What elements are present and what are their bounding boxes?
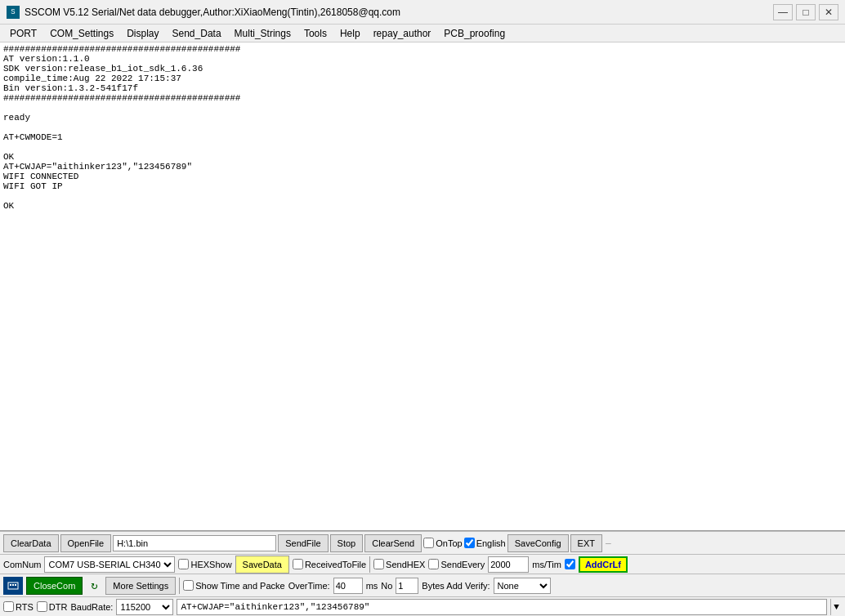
english-checkbox[interactable]	[464, 538, 475, 548]
main-wrapper: ########################################…	[0, 42, 845, 616]
baud-rate-select[interactable]: 115200	[116, 599, 173, 615]
ontop-label: OnTop	[423, 538, 462, 548]
open-file-button[interactable]: OpenFile	[60, 534, 112, 552]
refresh-icon[interactable]: ↻	[86, 578, 102, 594]
english-text: English	[476, 538, 506, 548]
menu-port[interactable]: PORT	[3, 26, 43, 41]
overtime-label: OverTime:	[288, 581, 330, 591]
close-button[interactable]: ✕	[819, 4, 838, 20]
baud-rate-label: BaudRate:	[70, 602, 113, 612]
svg-rect-1	[10, 584, 11, 586]
clear-data-button[interactable]: ClearData	[3, 534, 59, 552]
menu-display[interactable]: Display	[120, 26, 165, 41]
toolbar2: ComNum COM7 USB-SERIAL CH340 HEXShow Sav…	[0, 554, 845, 574]
menu-multi-strings[interactable]: Multi_Strings	[228, 26, 297, 41]
dtr-label: DTR	[37, 601, 68, 612]
dtr-text: DTR	[49, 602, 68, 612]
ms-time-label: ms/Tim	[532, 560, 561, 569]
output-wrapper: ########################################…	[0, 42, 845, 616]
title-bar: S SSCOM V5.12 Serial/Net data debugger,A…	[0, 0, 845, 25]
hex-show-text: HEXShow	[190, 560, 231, 569]
received-to-file-text: ReceivedToFile	[305, 560, 366, 569]
send-hex-checkbox[interactable]	[373, 559, 384, 569]
menu-com-settings[interactable]: COM_Settings	[43, 26, 120, 41]
save-data-button[interactable]: SaveData	[235, 556, 289, 574]
menu-help[interactable]: Help	[333, 26, 367, 41]
more-settings-button[interactable]: More Settings	[105, 577, 176, 595]
menu-repay-author[interactable]: repay_author	[367, 26, 438, 41]
send-every-text: SendEvery	[440, 560, 485, 569]
com-svg-icon	[7, 580, 19, 591]
no-value-input[interactable]	[396, 578, 418, 594]
com-num-label: ComNum	[3, 560, 41, 569]
send-every-checkbox[interactable]	[428, 559, 439, 569]
show-time-label: Show Time and Packe	[183, 580, 284, 591]
save-config-button[interactable]: SaveConfig	[507, 534, 569, 552]
minimize-button[interactable]: —	[773, 4, 793, 20]
file-path-input[interactable]	[113, 535, 276, 551]
close-com-button[interactable]: CloseCom	[26, 577, 83, 595]
toolbar1-separator: —	[606, 538, 611, 548]
hex-show-checkbox[interactable]	[178, 559, 189, 569]
add-crlf-checkbox[interactable]	[565, 559, 575, 569]
rts-checkbox[interactable]	[3, 601, 14, 612]
app-icon: S	[7, 6, 20, 19]
menu-send-data[interactable]: Send_Data	[166, 26, 228, 41]
add-crlf-label	[565, 559, 575, 569]
menu-bar: PORT COM_Settings Display Send_Data Mult…	[0, 25, 845, 42]
toolbar3: CloseCom ↻ More Settings Show Time and P…	[0, 574, 845, 596]
send-every-value-input[interactable]	[488, 556, 529, 573]
add-crlf-button[interactable]: AddCrLf	[579, 556, 628, 573]
bytes-add-label: Bytes Add Verify:	[422, 581, 490, 591]
hex-show-label: HEXShow	[178, 559, 231, 569]
send-hex-text: SendHEX	[386, 560, 425, 569]
svg-rect-2	[12, 584, 14, 586]
ext-button[interactable]: EXT	[570, 534, 602, 552]
rts-label: RTS	[3, 601, 34, 612]
output-area[interactable]: ########################################…	[0, 42, 845, 531]
clear-send-button[interactable]: ClearSend	[364, 534, 422, 552]
com-icon[interactable]	[3, 577, 23, 595]
send-file-button[interactable]: SendFile	[278, 534, 328, 552]
show-time-checkbox[interactable]	[183, 580, 194, 591]
toolbar3-sep1	[179, 578, 180, 594]
send-hex-label: SendHEX	[373, 559, 425, 569]
menu-tools[interactable]: Tools	[297, 26, 333, 41]
com-num-select[interactable]: COM7 USB-SERIAL CH340	[44, 556, 175, 573]
toolbar2-sep1	[369, 556, 370, 573]
verify-select[interactable]: None	[494, 578, 551, 594]
bottom-area: ClearData OpenFile SendFile Stop ClearSe…	[0, 531, 845, 616]
overtime-input[interactable]	[333, 578, 363, 594]
toolbar1: ClearData OpenFile SendFile Stop ClearSe…	[0, 531, 845, 554]
english-label: English	[464, 538, 506, 548]
stop-button[interactable]: Stop	[330, 534, 364, 552]
toolbar4: RTS DTR BaudRate: 115200 ▼	[0, 596, 845, 616]
no-label: No	[381, 581, 392, 591]
window-controls: — □ ✕	[773, 4, 838, 20]
maximize-button[interactable]: □	[796, 4, 816, 20]
received-to-file-label: ReceivedToFile	[293, 559, 366, 569]
cmd-scroll-down[interactable]: ▼	[830, 599, 842, 615]
received-to-file-checkbox[interactable]	[293, 559, 303, 569]
svg-rect-3	[15, 584, 16, 586]
rts-text: RTS	[16, 602, 34, 612]
ms-label: ms	[366, 581, 378, 591]
ontop-text: OnTop	[436, 538, 462, 548]
dtr-checkbox[interactable]	[37, 601, 47, 612]
send-every-label: SendEvery	[428, 559, 485, 569]
show-time-text: Show Time and Packe	[195, 581, 284, 591]
command-input[interactable]	[177, 599, 827, 615]
title-text: SSCOM V5.12 Serial/Net data debugger,Aut…	[25, 7, 773, 18]
menu-pcb-proofing[interactable]: PCB_proofing	[437, 26, 512, 41]
ontop-checkbox[interactable]	[423, 538, 434, 548]
